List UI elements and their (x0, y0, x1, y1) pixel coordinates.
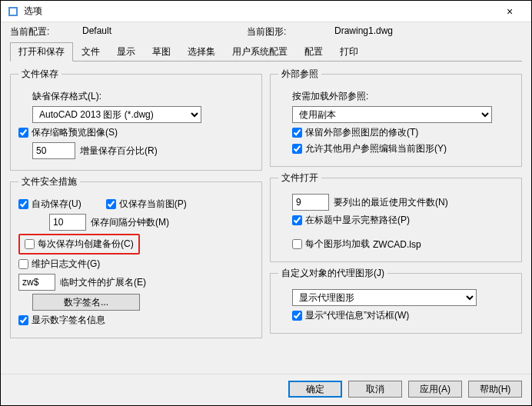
current-only-checkbox[interactable]: 仅保存当前图(P) (106, 198, 187, 211)
log-label: 维护日志文件(G) (32, 258, 100, 271)
help-button[interactable]: 帮助(H) (468, 381, 522, 398)
left-column: 文件保存 缺省保存格式(L): AutoCAD 2013 图形 (*.dwg) … (10, 68, 262, 371)
temp-ext-label: 临时文件的扩展名(E) (60, 276, 146, 289)
app-icon (7, 5, 19, 18)
titlebar: 选项 × (1, 1, 531, 22)
load-lsp-label: 每个图形均加载 (305, 238, 370, 251)
fullpath-label: 在标题中显示完整路径(P) (305, 214, 410, 227)
allow-edit-checkbox[interactable]: 允许其他用户参照编辑当前图形(Y) (292, 142, 447, 155)
current-drawing-value: Drawing1.dwg (334, 25, 393, 38)
tab-drafting[interactable]: 草图 (144, 42, 179, 62)
autosave-checkbox[interactable]: 自动保存(U) (18, 198, 81, 211)
current-drawing-label: 当前图形: (247, 25, 331, 38)
footer: 确定 取消 应用(A) 帮助(H) (1, 374, 531, 405)
tab-profiles[interactable]: 配置 (296, 42, 331, 62)
show-proxy-dialog-check-input[interactable] (292, 311, 302, 321)
tab-open-save[interactable]: 打开和保存 (10, 42, 73, 62)
current-config-value: Default (82, 25, 244, 38)
show-sig-check-input[interactable] (18, 315, 28, 325)
group-file-save: 文件保存 缺省保存格式(L): AutoCAD 2013 图形 (*.dwg) … (10, 68, 262, 171)
ondemand-label: 按需加载外部参照: (292, 90, 514, 103)
ok-button[interactable]: 确定 (288, 381, 342, 398)
group-proxy: 自定义对象的代理图形(J) 显示代理图形 显示“代理信息”对话框(W) (270, 267, 522, 334)
thumbnail-checkbox[interactable]: 保存缩略预览图像(S) (18, 126, 118, 139)
autosave-check-input[interactable] (18, 199, 28, 209)
autosave-label: 自动保存(U) (32, 198, 81, 211)
legend-file-safety: 文件安全措施 (18, 175, 80, 188)
show-proxy-dialog-label: 显示“代理信息”对话框(W) (305, 309, 409, 322)
interval-label: 保存间隔分钟数(M) (91, 216, 169, 229)
keep-layer-checkbox[interactable]: 保留外部参照图层的修改(T) (292, 126, 418, 139)
cancel-button[interactable]: 取消 (348, 381, 402, 398)
allow-edit-check-input[interactable] (292, 144, 302, 154)
tabstrip: 打开和保存 文件 显示 草图 选择集 用户系统配置 配置 打印 (10, 42, 522, 62)
tab-files[interactable]: 文件 (73, 42, 108, 62)
legend-file-save: 文件保存 (18, 68, 62, 81)
backup-checkbox[interactable]: 每次保存均创建备份(C) (25, 238, 134, 251)
tab-display[interactable]: 显示 (108, 42, 144, 62)
increment-label: 增量保存百分比(R) (80, 145, 158, 158)
keep-layer-check-input[interactable] (292, 128, 302, 138)
legend-file-open: 文件打开 (278, 171, 321, 185)
mru-input[interactable] (292, 194, 329, 211)
temp-ext-input[interactable] (18, 274, 55, 291)
group-file-open: 文件打开 要列出的最近使用文件数(N) 在标题中显示完整路径(P) 每个图形均加… (270, 171, 522, 262)
default-format-label: 缺省保存格式(L): (32, 90, 254, 103)
tab-user-prefs[interactable]: 用户系统配置 (224, 42, 296, 62)
current-only-check-input[interactable] (106, 199, 116, 209)
legend-proxy: 自定义对象的代理图形(J) (278, 267, 387, 280)
tab-content: 文件保存 缺省保存格式(L): AutoCAD 2013 图形 (*.dwg) … (1, 62, 531, 374)
increment-input[interactable] (32, 142, 75, 159)
legend-xref: 外部参照 (278, 68, 321, 81)
log-check-input[interactable] (18, 259, 28, 269)
backup-label: 每次保存均创建备份(C) (38, 238, 134, 251)
load-lsp-checkbox[interactable]: 每个图形均加载 ZWCAD.lsp (292, 238, 421, 251)
options-dialog: 选项 × 当前配置: Default 当前图形: Drawing1.dwg 打开… (0, 0, 532, 406)
show-proxy-dialog-checkbox[interactable]: 显示“代理信息”对话框(W) (292, 309, 409, 322)
show-sig-label: 显示数字签名信息 (32, 314, 105, 327)
right-column: 外部参照 按需加载外部参照: 使用副本 保留外部参照图层的修改(T) (270, 68, 522, 371)
close-icon[interactable]: × (494, 5, 525, 18)
group-file-safety: 文件安全措施 自动保存(U) 仅保存当前图(P) 保存间隔分钟数(M) (10, 175, 262, 338)
highlight-box: 每次保存均创建备份(C) (18, 234, 140, 255)
tab-selection[interactable]: 选择集 (179, 42, 224, 62)
thumbnail-label: 保存缩略预览图像(S) (32, 126, 118, 139)
digital-signature-button[interactable]: 数字签名... (32, 294, 140, 311)
keep-layer-label: 保留外部参照图层的修改(T) (305, 126, 418, 139)
group-xref: 外部参照 按需加载外部参照: 使用副本 保留外部参照图层的修改(T) (270, 68, 522, 167)
proxy-select[interactable]: 显示代理图形 (292, 289, 477, 306)
config-row: 当前配置: Default 当前图形: Drawing1.dwg (1, 22, 531, 42)
thumbnail-check-input[interactable] (18, 128, 28, 138)
load-lsp-file: ZWCAD.lsp (373, 239, 421, 250)
mru-label: 要列出的最近使用文件数(N) (334, 196, 448, 209)
current-only-label: 仅保存当前图(P) (119, 198, 187, 211)
apply-button[interactable]: 应用(A) (408, 381, 462, 398)
show-sig-checkbox[interactable]: 显示数字签名信息 (18, 314, 105, 327)
fullpath-check-input[interactable] (292, 215, 302, 225)
interval-input[interactable] (49, 214, 86, 231)
window-title: 选项 (24, 5, 494, 18)
backup-check-input[interactable] (25, 239, 35, 249)
load-lsp-check-input[interactable] (292, 239, 302, 249)
default-format-select[interactable]: AutoCAD 2013 图形 (*.dwg) (32, 106, 201, 123)
ondemand-select[interactable]: 使用副本 (292, 106, 492, 123)
log-checkbox[interactable]: 维护日志文件(G) (18, 258, 100, 271)
tab-plot[interactable]: 打印 (331, 42, 367, 62)
current-config-label: 当前配置: (10, 25, 79, 38)
fullpath-checkbox[interactable]: 在标题中显示完整路径(P) (292, 214, 410, 227)
allow-edit-label: 允许其他用户参照编辑当前图形(Y) (305, 142, 447, 155)
